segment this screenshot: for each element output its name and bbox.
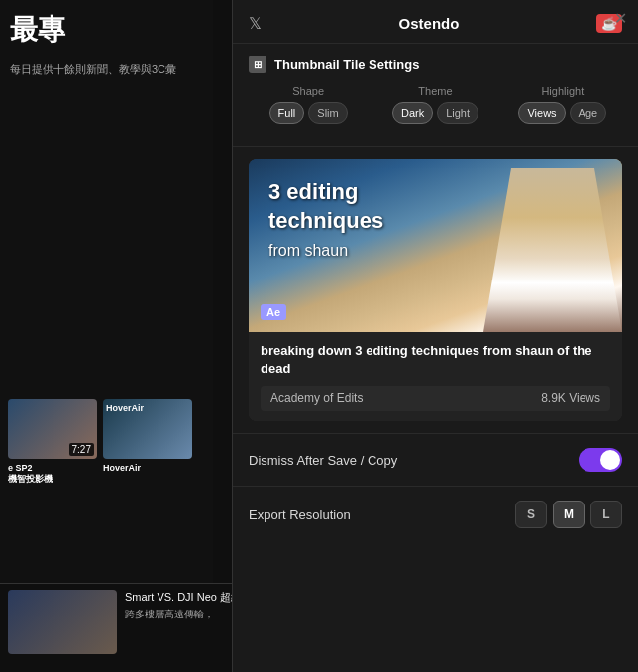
shape-full-button[interactable]: Full [269, 102, 305, 124]
theme-buttons: Dark Light [375, 102, 494, 124]
shape-label: Shape [249, 85, 368, 97]
settings-panel: ✕ 𝕏 Ostendo ☕ ⊞ Thumbnail Tile Settings … [232, 0, 638, 672]
highlight-age-button[interactable]: Age [570, 102, 607, 124]
settings-section-title: Thumbnail Tile Settings [274, 57, 419, 72]
settings-header: ⊞ Thumbnail Tile Settings [249, 56, 622, 73]
shape-buttons: Full Slim [249, 102, 368, 124]
res-s-button[interactable]: S [515, 501, 547, 528]
thumb-video-title: breaking down 3 editing techniques from … [261, 342, 610, 378]
bg-thumb-1-title: e SP2機智投影機 [8, 461, 97, 488]
highlight-option: Highlight Views Age [503, 85, 622, 124]
thumb-meta-row: Academy of Edits 8.9K Views [261, 386, 610, 411]
resolution-buttons: S M L [515, 501, 622, 528]
panel-header: 𝕏 Ostendo ☕ [233, 0, 638, 44]
highlight-buttons: Views Age [503, 102, 622, 124]
bg-chinese-title: 最專 [0, 0, 213, 58]
thumb-channel-name: Academy of Edits [270, 392, 363, 405]
bg-thumb-2: HoverAir [103, 399, 192, 459]
export-resolution-row: Export Resolution S M L [233, 486, 638, 542]
bg-subtitle: 每日提供十餘則新聞、教學與3C彙 [0, 58, 213, 81]
dismiss-toggle-switch[interactable] [579, 448, 622, 472]
options-grid: Shape Full Slim Theme Dark Light H [249, 85, 622, 124]
panel-body: ⊞ Thumbnail Tile Settings Shape Full Sli… [233, 44, 638, 672]
res-m-button[interactable]: M [553, 501, 585, 528]
theme-light-button[interactable]: Light [437, 102, 478, 124]
twitter-icon[interactable]: 𝕏 [249, 14, 262, 33]
panel-title: Ostendo [262, 15, 596, 32]
theme-option: Theme Dark Light [375, 85, 494, 124]
shape-option: Shape Full Slim [249, 85, 368, 124]
header-left-icons: 𝕏 [249, 14, 262, 33]
bg-left-panel: 最專 每日提供十餘則新聞、教學與3C彙 7:27 e SP2機智投影機 Hove… [0, 0, 213, 672]
dismiss-toggle-row: Dismiss After Save / Copy [233, 433, 638, 486]
bg-thumb-1-duration: 7:27 [69, 443, 94, 456]
thumb-overlay-text: 3 editingtechniquesfrom shaun [268, 178, 383, 264]
bg-bottom-thumb-1 [8, 590, 117, 654]
bg-thumbnail-row: 7:27 e SP2機智投影機 HoverAir HoverAir [0, 393, 213, 494]
highlight-label: Highlight [503, 85, 622, 97]
dismiss-toggle-label: Dismiss After Save / Copy [249, 453, 397, 468]
thumb-view-count: 8.9K Views [541, 392, 600, 405]
theme-dark-button[interactable]: Dark [392, 102, 433, 124]
thumb-ae-badge: Ae [261, 304, 286, 320]
res-l-button[interactable]: L [590, 501, 622, 528]
bg-thumb-2-title: HoverAir [103, 461, 192, 475]
highlight-views-button[interactable]: Views [518, 102, 565, 124]
theme-label: Theme [375, 85, 494, 97]
shape-slim-button[interactable]: Slim [308, 102, 347, 124]
export-resolution-label: Export Resolution [249, 507, 351, 522]
close-button[interactable]: ✕ [610, 8, 630, 28]
thumbnail-preview: 3 editingtechniquesfrom shaun Ae breakin… [249, 159, 622, 421]
bg-thumb-2-brand: HoverAir [103, 399, 192, 417]
thumbnail-image: 3 editingtechniquesfrom shaun Ae [249, 159, 622, 332]
settings-section-icon: ⊞ [249, 56, 266, 73]
thumb-info: breaking down 3 editing techniques from … [249, 332, 622, 421]
bg-thumb-1: 7:27 [8, 399, 97, 459]
thumbnail-settings-section: ⊞ Thumbnail Tile Settings Shape Full Sli… [233, 44, 638, 147]
